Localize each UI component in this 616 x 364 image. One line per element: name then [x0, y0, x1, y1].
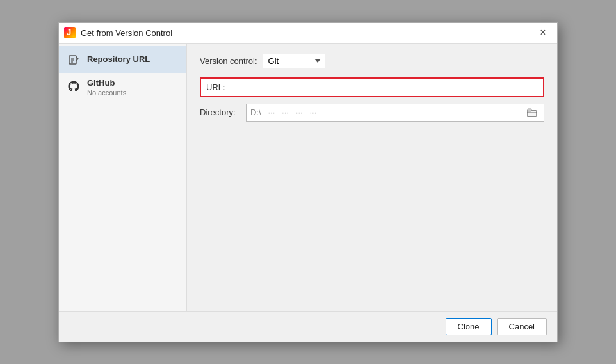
cancel-button[interactable]: Cancel	[497, 318, 547, 335]
app-logo-svg: J	[65, 28, 74, 37]
sidebar: Repository URL GitHub No accounts	[59, 44, 187, 311]
version-control-row: Version control: Git Mercurial Subversio…	[200, 54, 544, 68]
version-control-label: Version control:	[200, 56, 257, 66]
close-button[interactable]: ×	[534, 24, 552, 42]
directory-browse-button[interactable]	[524, 106, 540, 119]
repo-icon	[67, 52, 81, 67]
sidebar-item-github[interactable]: GitHub No accounts	[59, 73, 186, 102]
svg-rect-7	[528, 109, 531, 111]
directory-input[interactable]	[250, 107, 524, 117]
version-control-select[interactable]: Git Mercurial Subversion	[263, 54, 325, 68]
directory-label: Directory:	[200, 107, 241, 117]
url-label: URL:	[206, 83, 229, 92]
sidebar-github-content: GitHub No accounts	[87, 78, 126, 97]
directory-row: Directory:	[200, 104, 544, 122]
clone-button[interactable]: Clone	[446, 318, 492, 335]
dialog-window: J Get from Version Control × Repo	[58, 22, 558, 342]
dialog-body: Repository URL GitHub No accounts Versio…	[59, 44, 557, 311]
dialog-footer: Clone Cancel	[59, 311, 557, 342]
app-icon: J	[64, 27, 76, 38]
sidebar-item-repository-url-label: Repository URL	[87, 54, 150, 64]
content-spacer	[200, 128, 544, 301]
title-bar: J Get from Version Control ×	[59, 23, 557, 44]
url-input[interactable]	[234, 83, 538, 92]
dialog-title: Get from Version Control	[81, 28, 534, 38]
url-row: URL:	[200, 77, 544, 97]
github-label: GitHub	[87, 78, 126, 88]
main-content: Version control: Git Mercurial Subversio…	[187, 44, 557, 311]
github-icon	[67, 79, 81, 93]
github-sub-label: No accounts	[87, 89, 126, 97]
sidebar-item-repository-url[interactable]: Repository URL	[59, 46, 186, 73]
directory-input-wrapper	[246, 104, 544, 122]
svg-text:J: J	[67, 28, 71, 37]
